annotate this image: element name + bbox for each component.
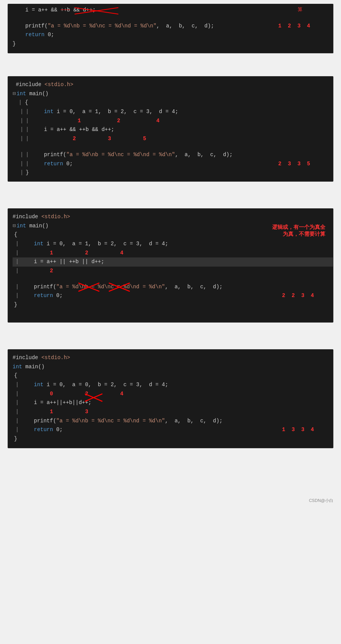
block-guide: | [16, 399, 19, 407]
code-text: printf("a = %d\nb = %d\nc = %d\nd = %d\n… [31, 151, 233, 159]
code-line: #include <stdio.h> [13, 213, 333, 222]
code-line: } [13, 300, 333, 310]
block-guide: | [20, 117, 23, 125]
num-annotation: 1 2 3 4 [278, 22, 310, 30]
code-text: i = a++ || ++b || d++; [21, 258, 104, 266]
code-text: } [14, 435, 17, 443]
code-text: i = a++ && ++b && d++; [31, 126, 114, 134]
code-line: | | return 0; 2 3 3 5 [13, 160, 333, 169]
minus-prefix: ⊟ [13, 222, 16, 230]
code-text: i = a++||++b||d++; [21, 399, 91, 407]
code-text: printf("a = %d\nb = %d\nc = %d\nd = %d\n… [21, 283, 222, 291]
block-guide: | [25, 160, 29, 168]
annotation-top: 算 [298, 6, 303, 13]
block-guide: | [20, 151, 23, 159]
num-annotation: 1 3 [21, 408, 88, 416]
block-guide: | [16, 258, 19, 266]
block-guide: | [20, 160, 23, 168]
spacer [0, 193, 341, 205]
code-text: i = a++ && ++b && d++; [13, 6, 96, 14]
bottom-spacer [0, 460, 341, 498]
num-row: | 2 [13, 267, 333, 276]
code-text: { [14, 231, 17, 239]
block-guide: | [20, 126, 23, 134]
code-block-0: i = a++ && ++b && d++; 算 printf("a = %d\… [8, 4, 333, 53]
spacer [0, 334, 341, 345]
code-line: ⊟int main() [13, 89, 333, 99]
code-text: int [13, 363, 22, 371]
code-text: int [21, 381, 43, 389]
block-guide: | [25, 151, 29, 159]
code-line [8, 15, 333, 22]
num-row: | | 1 2 4 [13, 117, 333, 126]
block-guide: | [20, 169, 23, 177]
code-content-3: #include <stdio.h> int main() { | int i … [8, 353, 333, 444]
code-line: { [13, 230, 333, 240]
minus-prefix: ⊟ [13, 90, 16, 98]
code-line: } [13, 435, 333, 444]
num-annotation: 0 2 4 [21, 390, 123, 398]
code-line: | i = a++||++b||d++; [13, 398, 333, 407]
code-line: | } [13, 168, 333, 177]
code-text: { [25, 99, 28, 107]
block-guide: | [25, 135, 29, 143]
code-text: } [14, 301, 17, 309]
block-guide: | [16, 292, 19, 300]
code-text: #include <stdio.h> [13, 81, 73, 89]
code-line: | return 0; 1 3 3 4 [13, 425, 333, 435]
code-line: | int i = 0, a = 0, b = 2, c = 3, d = 4; [13, 380, 333, 390]
watermark-text: CSDN@小白 [309, 498, 333, 503]
code-line [13, 144, 333, 150]
num-annotation: 1 3 3 4 [282, 426, 314, 434]
num-row: | 1 3 [13, 407, 333, 417]
code-text: return [21, 292, 53, 300]
code-line: | return 0; 2 2 3 4 [13, 291, 333, 300]
num-row: | | 2 3 5 [13, 134, 333, 144]
code-block-1: #include <stdio.h> ⊟int main() |{ | | in… [8, 76, 333, 182]
code-line: { [13, 371, 333, 380]
code-line: printf("a = %d\nb = %d\nc = %d\nd = %d\n… [8, 22, 333, 31]
code-line: | | int i = 0, a = 1, b = 2, c = 3, d = … [13, 107, 333, 117]
code-line: | printf("a = %d\nb = %d\nc = %d\nd = %d… [13, 417, 333, 426]
code-line: return 0; [8, 30, 333, 40]
code-text: int [16, 222, 26, 230]
block-guide: | [20, 108, 23, 116]
num-annotation: 1 2 4 [31, 117, 160, 125]
code-line: #include <stdio.h> [13, 80, 333, 89]
block-guide: | [16, 240, 19, 248]
block-guide: | [16, 390, 19, 398]
code-text: return [21, 426, 53, 434]
code-text: int [31, 108, 54, 116]
code-text: printf("a = %d\nb = %d\nc = %d\nd = %d\n… [21, 417, 222, 425]
block-guide: | [16, 267, 19, 275]
code-text: int [16, 90, 26, 98]
code-text: } [13, 40, 16, 48]
block-guide: | [16, 417, 19, 425]
code-line: | int i = 0, a = 1, b = 2, c = 3, d = 4; [13, 240, 333, 249]
code-content-2: #include <stdio.h> ⊟int main() { | int i… [8, 213, 333, 310]
block-guide: | [16, 381, 19, 389]
code-line: | | i = a++ && ++b && d++; [13, 125, 333, 134]
block-guide: | [20, 135, 23, 143]
code-text: } [25, 169, 29, 177]
code-text: return [31, 160, 63, 168]
block-guide: | [25, 126, 29, 134]
code-text: return [13, 31, 45, 39]
code-content-1: #include <stdio.h> ⊟int main() |{ | | in… [8, 80, 333, 177]
num-annotation: 2 3 5 [31, 135, 146, 143]
code-text: #include <stdio.h> [13, 213, 70, 221]
code-line: int main() [13, 363, 333, 372]
code-text: printf("a = %d\nb = %d\nc = %d\nd = %d\n… [13, 22, 214, 30]
block-guide: | [16, 283, 19, 291]
num-row: | 1 2 4 [13, 249, 333, 258]
code-line: | | printf("a = %d\nb = %d\nc = %d\nd = … [13, 150, 333, 160]
num-annotation: 2 3 3 5 [278, 160, 310, 168]
code-text: { [14, 372, 17, 380]
block-guide: | [16, 426, 19, 434]
code-line: | printf("a = %d\nb = %d\nc = %d\nd = %d… [13, 283, 333, 292]
code-block-2: 逻辑或，有一个为真全 为真，不需要计算 #include <stdio.h> ⊟… [8, 208, 333, 323]
code-line: i = a++ && ++b && d++; 算 [8, 6, 333, 15]
code-line: } [8, 40, 333, 49]
code-line: #include <stdio.h> [13, 353, 333, 363]
code-line: ⊟int main() [13, 222, 333, 231]
